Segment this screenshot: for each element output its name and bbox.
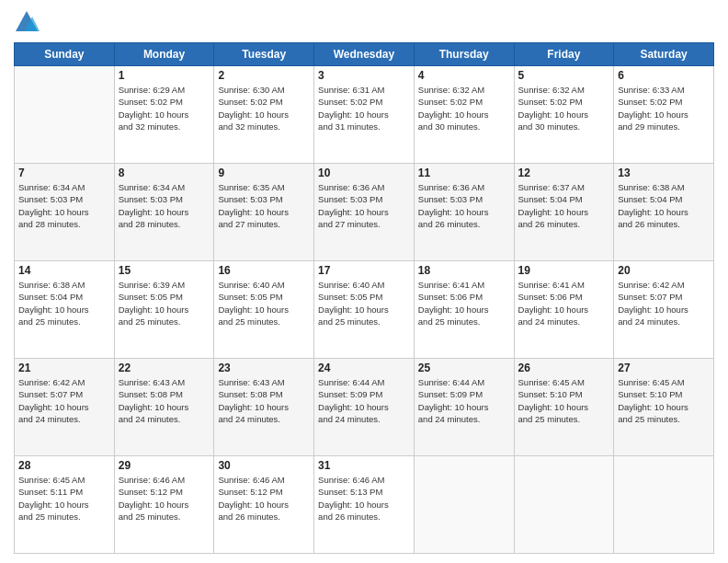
calendar-cell: 24Sunrise: 6:44 AM Sunset: 5:09 PM Dayli…	[314, 359, 415, 456]
calendar-cell: 30Sunrise: 6:46 AM Sunset: 5:12 PM Dayli…	[214, 456, 314, 554]
day-number: 22	[119, 362, 210, 374]
day-number: 11	[418, 167, 510, 179]
day-number: 9	[218, 167, 310, 179]
day-number: 24	[318, 362, 410, 374]
calendar-cell: 4Sunrise: 6:32 AM Sunset: 5:02 PM Daylig…	[414, 66, 514, 164]
day-number: 30	[218, 459, 310, 472]
calendar-cell: 9Sunrise: 6:35 AM Sunset: 5:03 PM Daylig…	[214, 164, 314, 261]
day-number: 2	[218, 69, 310, 82]
day-info: Sunrise: 6:46 AM Sunset: 5:13 PM Dayligh…	[318, 474, 410, 523]
day-number: 21	[18, 362, 110, 374]
col-header-wednesday: Wednesday	[314, 43, 415, 66]
day-info: Sunrise: 6:45 AM Sunset: 5:11 PM Dayligh…	[18, 474, 110, 523]
calendar-cell: 23Sunrise: 6:43 AM Sunset: 5:08 PM Dayli…	[214, 359, 314, 456]
week-row-2: 7Sunrise: 6:34 AM Sunset: 5:03 PM Daylig…	[15, 164, 714, 261]
day-number: 1	[119, 69, 210, 82]
calendar-table: SundayMondayTuesdayWednesdayThursdayFrid…	[14, 42, 714, 554]
day-info: Sunrise: 6:34 AM Sunset: 5:03 PM Dayligh…	[119, 181, 210, 230]
day-number: 7	[18, 167, 110, 179]
calendar-cell: 12Sunrise: 6:37 AM Sunset: 5:04 PM Dayli…	[514, 164, 614, 261]
calendar-cell: 22Sunrise: 6:43 AM Sunset: 5:08 PM Dayli…	[114, 359, 214, 456]
day-number: 3	[318, 69, 410, 82]
day-info: Sunrise: 6:43 AM Sunset: 5:08 PM Dayligh…	[119, 376, 210, 425]
day-info: Sunrise: 6:41 AM Sunset: 5:06 PM Dayligh…	[518, 279, 610, 327]
calendar-cell: 19Sunrise: 6:41 AM Sunset: 5:06 PM Dayli…	[514, 261, 614, 359]
day-number: 8	[119, 167, 210, 179]
day-info: Sunrise: 6:36 AM Sunset: 5:03 PM Dayligh…	[418, 181, 510, 230]
calendar-cell: 14Sunrise: 6:38 AM Sunset: 5:04 PM Dayli…	[15, 261, 115, 359]
calendar-cell: 3Sunrise: 6:31 AM Sunset: 5:02 PM Daylig…	[314, 66, 415, 164]
week-row-1: 1Sunrise: 6:29 AM Sunset: 5:02 PM Daylig…	[15, 66, 714, 164]
calendar-cell: 15Sunrise: 6:39 AM Sunset: 5:05 PM Dayli…	[114, 261, 214, 359]
calendar-header-row: SundayMondayTuesdayWednesdayThursdayFrid…	[15, 43, 714, 66]
calendar-cell: 5Sunrise: 6:32 AM Sunset: 5:02 PM Daylig…	[514, 66, 614, 164]
day-info: Sunrise: 6:42 AM Sunset: 5:07 PM Dayligh…	[618, 279, 710, 327]
col-header-saturday: Saturday	[614, 43, 714, 66]
day-number: 19	[518, 264, 610, 277]
calendar-cell: 10Sunrise: 6:36 AM Sunset: 5:03 PM Dayli…	[314, 164, 415, 261]
calendar-cell: 18Sunrise: 6:41 AM Sunset: 5:06 PM Dayli…	[414, 261, 514, 359]
week-row-4: 21Sunrise: 6:42 AM Sunset: 5:07 PM Dayli…	[15, 359, 714, 456]
day-number: 17	[318, 264, 410, 277]
calendar-cell	[414, 456, 514, 554]
week-row-5: 28Sunrise: 6:45 AM Sunset: 5:11 PM Dayli…	[15, 456, 714, 554]
col-header-tuesday: Tuesday	[214, 43, 314, 66]
day-number: 27	[618, 362, 710, 374]
day-info: Sunrise: 6:32 AM Sunset: 5:02 PM Dayligh…	[518, 84, 610, 132]
calendar-cell: 28Sunrise: 6:45 AM Sunset: 5:11 PM Dayli…	[15, 456, 115, 554]
logo	[14, 9, 43, 35]
calendar-cell: 13Sunrise: 6:38 AM Sunset: 5:04 PM Dayli…	[614, 164, 714, 261]
day-info: Sunrise: 6:38 AM Sunset: 5:04 PM Dayligh…	[18, 279, 110, 327]
header	[14, 9, 714, 35]
page: SundayMondayTuesdayWednesdayThursdayFrid…	[0, 0, 728, 563]
day-number: 29	[119, 459, 210, 472]
day-number: 20	[618, 264, 710, 277]
day-number: 28	[18, 459, 110, 472]
calendar-cell	[514, 456, 614, 554]
day-number: 14	[18, 264, 110, 277]
calendar-cell: 21Sunrise: 6:42 AM Sunset: 5:07 PM Dayli…	[15, 359, 115, 456]
day-info: Sunrise: 6:37 AM Sunset: 5:04 PM Dayligh…	[518, 181, 610, 230]
day-info: Sunrise: 6:36 AM Sunset: 5:03 PM Dayligh…	[318, 181, 410, 230]
calendar-cell: 26Sunrise: 6:45 AM Sunset: 5:10 PM Dayli…	[514, 359, 614, 456]
day-number: 4	[418, 69, 510, 82]
calendar-cell: 7Sunrise: 6:34 AM Sunset: 5:03 PM Daylig…	[15, 164, 115, 261]
day-number: 16	[218, 264, 310, 277]
day-info: Sunrise: 6:39 AM Sunset: 5:05 PM Dayligh…	[119, 279, 210, 327]
day-info: Sunrise: 6:31 AM Sunset: 5:02 PM Dayligh…	[318, 84, 410, 132]
calendar-cell: 6Sunrise: 6:33 AM Sunset: 5:02 PM Daylig…	[614, 66, 714, 164]
day-number: 31	[318, 459, 410, 472]
day-info: Sunrise: 6:45 AM Sunset: 5:10 PM Dayligh…	[518, 376, 610, 425]
calendar-cell	[15, 66, 115, 164]
calendar-cell: 17Sunrise: 6:40 AM Sunset: 5:05 PM Dayli…	[314, 261, 415, 359]
day-info: Sunrise: 6:40 AM Sunset: 5:05 PM Dayligh…	[318, 279, 410, 327]
day-info: Sunrise: 6:35 AM Sunset: 5:03 PM Dayligh…	[218, 181, 310, 230]
day-info: Sunrise: 6:42 AM Sunset: 5:07 PM Dayligh…	[18, 376, 110, 425]
day-info: Sunrise: 6:38 AM Sunset: 5:04 PM Dayligh…	[618, 181, 710, 230]
day-number: 6	[618, 69, 710, 82]
day-info: Sunrise: 6:44 AM Sunset: 5:09 PM Dayligh…	[318, 376, 410, 425]
day-number: 10	[318, 167, 410, 179]
day-info: Sunrise: 6:29 AM Sunset: 5:02 PM Dayligh…	[119, 84, 210, 132]
col-header-friday: Friday	[514, 43, 614, 66]
day-number: 5	[518, 69, 610, 82]
day-number: 26	[518, 362, 610, 374]
col-header-monday: Monday	[114, 43, 214, 66]
day-info: Sunrise: 6:30 AM Sunset: 5:02 PM Dayligh…	[218, 84, 310, 132]
day-info: Sunrise: 6:41 AM Sunset: 5:06 PM Dayligh…	[418, 279, 510, 327]
day-info: Sunrise: 6:43 AM Sunset: 5:08 PM Dayligh…	[218, 376, 310, 425]
calendar-cell: 2Sunrise: 6:30 AM Sunset: 5:02 PM Daylig…	[214, 66, 314, 164]
day-info: Sunrise: 6:33 AM Sunset: 5:02 PM Dayligh…	[618, 84, 710, 132]
week-row-3: 14Sunrise: 6:38 AM Sunset: 5:04 PM Dayli…	[15, 261, 714, 359]
calendar-cell: 1Sunrise: 6:29 AM Sunset: 5:02 PM Daylig…	[114, 66, 214, 164]
calendar-cell: 25Sunrise: 6:44 AM Sunset: 5:09 PM Dayli…	[414, 359, 514, 456]
calendar-cell: 29Sunrise: 6:46 AM Sunset: 5:12 PM Dayli…	[114, 456, 214, 554]
calendar-cell: 31Sunrise: 6:46 AM Sunset: 5:13 PM Dayli…	[314, 456, 415, 554]
day-number: 23	[218, 362, 310, 374]
col-header-sunday: Sunday	[15, 43, 115, 66]
calendar-cell: 20Sunrise: 6:42 AM Sunset: 5:07 PM Dayli…	[614, 261, 714, 359]
day-number: 13	[618, 167, 710, 179]
day-info: Sunrise: 6:46 AM Sunset: 5:12 PM Dayligh…	[119, 474, 210, 523]
day-info: Sunrise: 6:32 AM Sunset: 5:02 PM Dayligh…	[418, 84, 510, 132]
calendar-cell	[614, 456, 714, 554]
